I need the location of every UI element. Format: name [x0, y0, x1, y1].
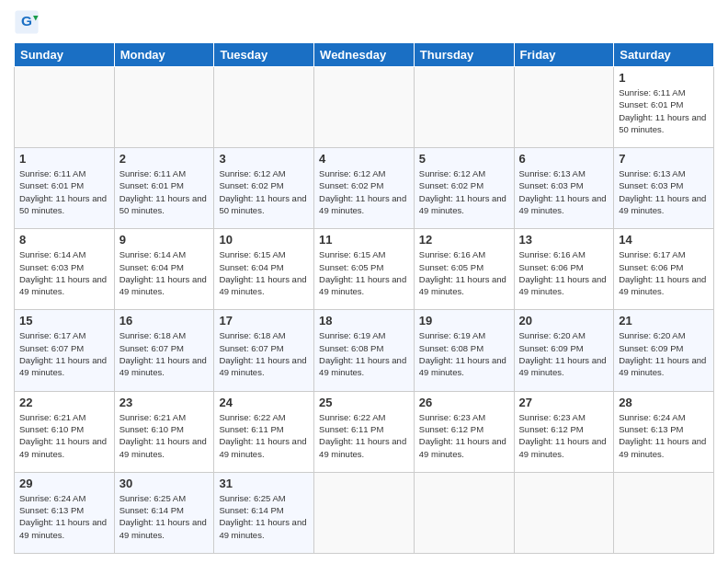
- calendar-cell: 24 Sunrise: 6:22 AM Sunset: 6:11 PM Dayl…: [214, 391, 314, 472]
- calendar-cell: [314, 67, 415, 148]
- calendar-week-5: 22 Sunrise: 6:21 AM Sunset: 6:10 PM Dayl…: [15, 391, 714, 472]
- day-info: Sunrise: 6:15 AM Sunset: 6:04 PM Dayligh…: [219, 248, 309, 297]
- calendar-cell: 1 Sunrise: 6:11 AM Sunset: 6:01 PM Dayli…: [15, 148, 115, 229]
- day-number: 12: [419, 233, 509, 247]
- day-number: 29: [19, 477, 109, 490]
- calendar-cell: [514, 67, 614, 148]
- calendar-cell: 10 Sunrise: 6:15 AM Sunset: 6:04 PM Dayl…: [214, 229, 314, 310]
- calendar-cell: 25 Sunrise: 6:22 AM Sunset: 6:11 PM Dayl…: [314, 391, 415, 472]
- day-number: 6: [519, 152, 609, 166]
- day-number: 23: [119, 396, 210, 409]
- day-number: 30: [119, 477, 210, 490]
- calendar-cell: 27 Sunrise: 6:23 AM Sunset: 6:12 PM Dayl…: [514, 391, 614, 472]
- calendar-cell: 3 Sunrise: 6:12 AM Sunset: 6:02 PM Dayli…: [214, 148, 314, 229]
- day-info: Sunrise: 6:18 AM Sunset: 6:07 PM Dayligh…: [219, 329, 309, 378]
- day-header-tuesday: Tuesday: [214, 43, 314, 67]
- day-number: 14: [619, 233, 709, 247]
- day-info: Sunrise: 6:16 AM Sunset: 6:05 PM Dayligh…: [419, 248, 509, 297]
- calendar-cell: [514, 472, 614, 553]
- calendar-cell: 9 Sunrise: 6:14 AM Sunset: 6:04 PM Dayli…: [114, 229, 214, 310]
- calendar-cell: 4 Sunrise: 6:12 AM Sunset: 6:02 PM Dayli…: [314, 148, 415, 229]
- day-info: Sunrise: 6:14 AM Sunset: 6:03 PM Dayligh…: [19, 248, 109, 297]
- day-number: 1: [19, 152, 109, 166]
- svg-text:G: G: [21, 13, 32, 29]
- day-info: Sunrise: 6:11 AM Sunset: 6:01 PM Dayligh…: [619, 86, 709, 135]
- calendar-cell: [314, 472, 415, 553]
- calendar-cell: 14 Sunrise: 6:17 AM Sunset: 6:06 PM Dayl…: [614, 229, 714, 310]
- day-number: 31: [219, 477, 309, 490]
- calendar-cell: [414, 67, 514, 148]
- day-number: 1: [619, 71, 709, 85]
- day-info: Sunrise: 6:12 AM Sunset: 6:02 PM Dayligh…: [319, 167, 409, 216]
- day-number: 15: [19, 314, 109, 327]
- calendar-cell: 2 Sunrise: 6:11 AM Sunset: 6:01 PM Dayli…: [114, 148, 214, 229]
- calendar-cell: 29 Sunrise: 6:24 AM Sunset: 6:13 PM Dayl…: [15, 472, 115, 553]
- day-number: 16: [119, 314, 210, 327]
- calendar-cell: [15, 67, 115, 148]
- day-number: 8: [19, 233, 109, 247]
- calendar-cell: 19 Sunrise: 6:19 AM Sunset: 6:08 PM Dayl…: [414, 310, 514, 391]
- day-number: 28: [619, 396, 709, 409]
- day-number: 17: [219, 314, 309, 327]
- day-info: Sunrise: 6:22 AM Sunset: 6:11 PM Dayligh…: [319, 411, 409, 460]
- day-info: Sunrise: 6:18 AM Sunset: 6:07 PM Dayligh…: [119, 329, 210, 378]
- day-info: Sunrise: 6:25 AM Sunset: 6:14 PM Dayligh…: [119, 492, 210, 541]
- day-info: Sunrise: 6:25 AM Sunset: 6:14 PM Dayligh…: [219, 492, 309, 541]
- calendar-cell: 17 Sunrise: 6:18 AM Sunset: 6:07 PM Dayl…: [214, 310, 314, 391]
- calendar-cell: 7 Sunrise: 6:13 AM Sunset: 6:03 PM Dayli…: [614, 148, 714, 229]
- day-number: 19: [419, 314, 509, 327]
- day-info: Sunrise: 6:24 AM Sunset: 6:13 PM Dayligh…: [19, 492, 109, 541]
- day-number: 22: [19, 396, 109, 409]
- day-info: Sunrise: 6:20 AM Sunset: 6:09 PM Dayligh…: [519, 329, 609, 378]
- header: G: [14, 9, 714, 35]
- calendar-cell: [414, 472, 514, 553]
- calendar-table: SundayMondayTuesdayWednesdayThursdayFrid…: [14, 42, 714, 554]
- calendar-week-2: 1 Sunrise: 6:11 AM Sunset: 6:01 PM Dayli…: [15, 148, 714, 229]
- day-info: Sunrise: 6:17 AM Sunset: 6:06 PM Dayligh…: [619, 248, 709, 297]
- day-number: 7: [619, 152, 709, 166]
- day-number: 5: [419, 152, 509, 166]
- day-info: Sunrise: 6:19 AM Sunset: 6:08 PM Dayligh…: [319, 329, 409, 378]
- calendar-cell: 28 Sunrise: 6:24 AM Sunset: 6:13 PM Dayl…: [614, 391, 714, 472]
- day-header-wednesday: Wednesday: [314, 43, 415, 67]
- day-info: Sunrise: 6:17 AM Sunset: 6:07 PM Dayligh…: [19, 329, 109, 378]
- calendar-cell: [114, 67, 214, 148]
- day-number: 2: [119, 152, 210, 166]
- day-number: 10: [219, 233, 309, 247]
- day-number: 26: [419, 396, 509, 409]
- day-info: Sunrise: 6:23 AM Sunset: 6:12 PM Dayligh…: [519, 411, 609, 460]
- day-header-friday: Friday: [514, 43, 614, 67]
- calendar-cell: 6 Sunrise: 6:13 AM Sunset: 6:03 PM Dayli…: [514, 148, 614, 229]
- day-info: Sunrise: 6:20 AM Sunset: 6:09 PM Dayligh…: [619, 329, 709, 378]
- day-number: 18: [319, 314, 409, 327]
- day-info: Sunrise: 6:13 AM Sunset: 6:03 PM Dayligh…: [619, 167, 709, 216]
- day-number: 20: [519, 314, 609, 327]
- day-info: Sunrise: 6:12 AM Sunset: 6:02 PM Dayligh…: [219, 167, 309, 216]
- calendar-cell: [614, 472, 714, 553]
- day-number: 24: [219, 396, 309, 409]
- calendar-cell: 23 Sunrise: 6:21 AM Sunset: 6:10 PM Dayl…: [114, 391, 214, 472]
- day-number: 21: [619, 314, 709, 327]
- day-number: 13: [519, 233, 609, 247]
- day-info: Sunrise: 6:22 AM Sunset: 6:11 PM Dayligh…: [219, 411, 309, 460]
- calendar-cell: 20 Sunrise: 6:20 AM Sunset: 6:09 PM Dayl…: [514, 310, 614, 391]
- day-number: 25: [319, 396, 409, 409]
- calendar-header-row: SundayMondayTuesdayWednesdayThursdayFrid…: [15, 43, 714, 67]
- day-info: Sunrise: 6:19 AM Sunset: 6:08 PM Dayligh…: [419, 329, 509, 378]
- day-info: Sunrise: 6:13 AM Sunset: 6:03 PM Dayligh…: [519, 167, 609, 216]
- day-info: Sunrise: 6:24 AM Sunset: 6:13 PM Dayligh…: [619, 411, 709, 460]
- calendar-cell: 16 Sunrise: 6:18 AM Sunset: 6:07 PM Dayl…: [114, 310, 214, 391]
- day-header-saturday: Saturday: [614, 43, 714, 67]
- day-number: 4: [319, 152, 409, 166]
- calendar-cell: 11 Sunrise: 6:15 AM Sunset: 6:05 PM Dayl…: [314, 229, 415, 310]
- calendar-cell: 8 Sunrise: 6:14 AM Sunset: 6:03 PM Dayli…: [15, 229, 115, 310]
- calendar-cell: 15 Sunrise: 6:17 AM Sunset: 6:07 PM Dayl…: [15, 310, 115, 391]
- page: G SundayMondayTuesdayWednesdayThursdayFr…: [0, 0, 728, 563]
- calendar-cell: 21 Sunrise: 6:20 AM Sunset: 6:09 PM Dayl…: [614, 310, 714, 391]
- day-info: Sunrise: 6:15 AM Sunset: 6:05 PM Dayligh…: [319, 248, 409, 297]
- day-info: Sunrise: 6:14 AM Sunset: 6:04 PM Dayligh…: [119, 248, 210, 297]
- calendar-cell: 26 Sunrise: 6:23 AM Sunset: 6:12 PM Dayl…: [414, 391, 514, 472]
- calendar-cell: [214, 67, 314, 148]
- day-info: Sunrise: 6:11 AM Sunset: 6:01 PM Dayligh…: [19, 167, 109, 216]
- calendar-cell: 1 Sunrise: 6:11 AM Sunset: 6:01 PM Dayli…: [614, 67, 714, 148]
